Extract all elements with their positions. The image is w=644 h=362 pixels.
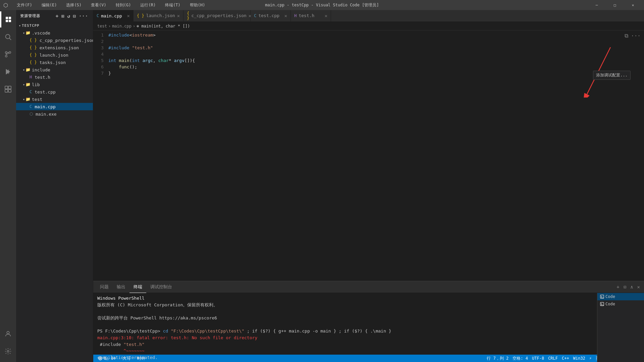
line-content-6[interactable]: func(); bbox=[108, 64, 137, 70]
menu-help[interactable]: 帮助(H) bbox=[188, 2, 207, 9]
term-line-11: PS F:\Codes\Cpp\testCpp\test> bbox=[97, 361, 593, 362]
panel-tab-output[interactable]: 输出 bbox=[113, 281, 129, 293]
menu-view[interactable]: 查看(V) bbox=[89, 2, 108, 9]
code-line-2: 2 bbox=[93, 38, 644, 45]
json-icon: { } bbox=[30, 53, 37, 57]
breadcrumb-function[interactable]: ⊕ main(int, char * []) bbox=[137, 24, 190, 28]
sidebar-item-test-h[interactable]: H test.h bbox=[16, 73, 93, 81]
maximize-button[interactable]: □ bbox=[607, 0, 623, 10]
tab-launch-json-label: launch.json bbox=[146, 13, 175, 18]
breadcrumb-file[interactable]: main.cpp bbox=[112, 24, 131, 28]
refresh-button[interactable]: ↺ bbox=[66, 13, 71, 19]
tab-test-h-close[interactable]: ✕ bbox=[325, 13, 327, 18]
folder-icon: 📁 bbox=[25, 82, 31, 87]
root-label: TESTCPP bbox=[22, 23, 40, 28]
terminal-instance-2[interactable]: Code bbox=[597, 300, 644, 308]
sidebar-item-test[interactable]: ▾ 📁 test bbox=[16, 96, 93, 103]
sidebar-item-test-cpp-lib[interactable]: C test.cpp bbox=[16, 88, 93, 96]
tab-launch-json[interactable]: { } launch.json ✕ bbox=[133, 10, 183, 21]
new-folder-button[interactable]: ⊞ bbox=[61, 13, 65, 19]
menu-select[interactable]: 选择(S) bbox=[64, 2, 84, 9]
svg-rect-0 bbox=[6, 17, 8, 19]
activity-extensions[interactable] bbox=[0, 81, 16, 97]
svg-rect-14 bbox=[8, 89, 11, 92]
folder-icon: 📁 bbox=[25, 97, 31, 102]
panel-tab-debug-console[interactable]: 调试控制台 bbox=[146, 281, 176, 293]
tab-test-cpp-close[interactable]: ✕ bbox=[284, 13, 287, 18]
activity-settings[interactable] bbox=[0, 343, 16, 359]
panel-tab-terminal[interactable]: 终端 bbox=[129, 281, 146, 293]
json-icon: { } bbox=[30, 60, 37, 65]
terminal-icon2 bbox=[600, 302, 604, 306]
terminal-output[interactable]: Windows PowerShell 版权所有 (C) Microsoft Co… bbox=[93, 293, 597, 362]
sidebar-item-vscode[interactable]: ▾ 📁 .vscode bbox=[16, 29, 93, 37]
tasks-label: tasks.json bbox=[40, 60, 66, 65]
svg-point-15 bbox=[7, 331, 9, 334]
tab-launch-json-close[interactable]: ✕ bbox=[177, 13, 180, 18]
tab-main-cpp[interactable]: C main.cpp ✕ bbox=[93, 10, 133, 21]
sidebar-item-include[interactable]: ▾ 📁 include bbox=[16, 66, 93, 73]
folder-icon: 📁 bbox=[25, 67, 31, 72]
tab-main-cpp-close[interactable]: ✕ bbox=[127, 13, 130, 18]
breadcrumb-sep2: › bbox=[133, 24, 135, 28]
extensions-label: extensions.json bbox=[40, 45, 79, 50]
menu-goto[interactable]: 转到(G) bbox=[114, 2, 133, 9]
panel-close-button[interactable]: ✕ bbox=[636, 284, 641, 290]
activity-run[interactable] bbox=[0, 64, 16, 80]
term-line-8: #include "test.h" bbox=[97, 341, 593, 348]
split-terminal-button[interactable]: ⊡ bbox=[622, 284, 628, 290]
term-text: 版权所有 (C) Microsoft Corporation。保留所有权利。 bbox=[97, 302, 218, 307]
sidebar-item-main-exe[interactable]: ⬡ main.exe bbox=[16, 110, 93, 118]
debug-tooltip[interactable]: 添加调试配置... bbox=[593, 71, 631, 80]
breadcrumb-test[interactable]: test bbox=[97, 24, 107, 28]
activity-search[interactable] bbox=[0, 29, 16, 45]
code-editor[interactable]: ⧉ ··· 添加调试配置... 1 #include<iostream> bbox=[93, 31, 644, 281]
minimize-button[interactable]: ─ bbox=[589, 0, 604, 10]
panel-maximize-button[interactable]: ∧ bbox=[629, 284, 634, 290]
activity-explorer[interactable] bbox=[0, 11, 16, 27]
code-line-6: 6 func(); bbox=[93, 64, 644, 70]
panel-tab-problems[interactable]: 问题 bbox=[96, 281, 113, 293]
new-terminal-button[interactable]: + bbox=[615, 284, 621, 290]
sidebar-item-tasks-json[interactable]: { } tasks.json bbox=[16, 59, 93, 66]
line-content-1[interactable]: #include<iostream> bbox=[108, 32, 156, 38]
sidebar-item-extensions-json[interactable]: { } extensions.json bbox=[16, 44, 93, 51]
breadcrumb-sep1: › bbox=[108, 24, 111, 28]
test-chevron: ▾ bbox=[23, 98, 25, 101]
tab-c-cpp-properties[interactable]: { } c_cpp_properties.json ✕ bbox=[183, 10, 251, 21]
line-content-3[interactable]: #include "test.h" bbox=[108, 45, 153, 51]
breadcrumb: test › main.cpp › ⊕ main(int, char * []) bbox=[93, 22, 644, 31]
activity-account[interactable] bbox=[0, 326, 16, 342]
activity-source-control[interactable] bbox=[0, 46, 16, 62]
collapse-all-button[interactable]: ⊟ bbox=[72, 13, 77, 19]
tab-main-cpp-label: main.cpp bbox=[101, 13, 122, 18]
line-content-7[interactable]: } bbox=[108, 70, 111, 76]
tab-test-cpp[interactable]: C test.cpp ✕ bbox=[251, 10, 291, 21]
sidebar-item-launch-json[interactable]: { } launch.json bbox=[16, 51, 93, 59]
line-content-5[interactable]: int main(int argc, char* argv[]){ bbox=[108, 57, 195, 64]
json-icon: { } bbox=[30, 38, 37, 43]
line-num-1: 1 bbox=[93, 32, 108, 38]
sidebar-item-c-cpp-properties[interactable]: { } c_cpp_properties.json bbox=[16, 37, 93, 44]
new-file-button[interactable]: + bbox=[55, 13, 59, 19]
more-actions-button[interactable]: ··· bbox=[78, 13, 89, 19]
menu-terminal[interactable]: 终端(T) bbox=[163, 2, 182, 9]
tab-json-icon: { } bbox=[137, 13, 144, 18]
close-button[interactable]: ✕ bbox=[625, 0, 641, 10]
more-actions-editor-button[interactable]: ··· bbox=[630, 32, 641, 40]
tab-test-h[interactable]: H test.h ✕ bbox=[291, 10, 331, 21]
svg-line-5 bbox=[9, 38, 11, 40]
root-chevron: ▾ bbox=[19, 24, 21, 27]
terminal-instance-1[interactable]: Code bbox=[597, 293, 644, 300]
split-editor-button[interactable]: ⧉ bbox=[624, 32, 629, 40]
sidebar-item-main-cpp[interactable]: C main.cpp bbox=[16, 103, 93, 110]
tab-c-cpp-properties-close[interactable]: ✕ bbox=[249, 13, 251, 18]
sidebar-item-lib[interactable]: ▾ 📁 lib bbox=[16, 81, 93, 88]
editor-toolbar: ⧉ ··· bbox=[621, 31, 644, 41]
menu-file[interactable]: 文件(F) bbox=[15, 2, 34, 9]
tree-root[interactable]: ▾ TESTCPP bbox=[16, 22, 93, 29]
line-num-5: 5 bbox=[93, 57, 108, 64]
menu-edit[interactable]: 编辑(E) bbox=[40, 2, 59, 9]
svg-marker-9 bbox=[6, 69, 10, 75]
menu-run[interactable]: 运行(R) bbox=[138, 2, 158, 9]
